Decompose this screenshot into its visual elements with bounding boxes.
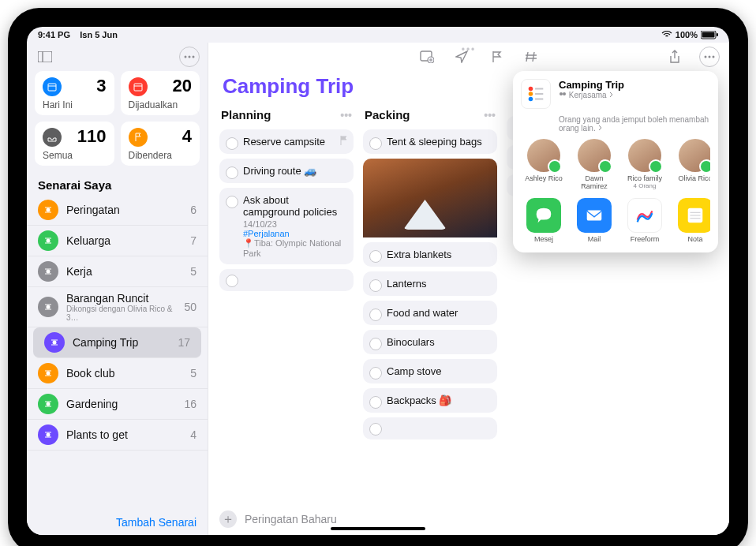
new-reminder-button[interactable]: Peringatan Baharu (245, 513, 337, 525)
reminder-card[interactable]: Extra blankets (363, 242, 497, 267)
list-icon (44, 332, 65, 353)
svg-point-30 (47, 402, 51, 406)
share-app[interactable]: Nota (672, 198, 710, 243)
reminder-card[interactable]: Lanterns (363, 271, 497, 296)
column-header[interactable]: Packing••• (363, 107, 497, 125)
more-icon[interactable]: ••• (484, 109, 496, 122)
smart-today[interactable]: 3 Hari Ini (35, 71, 114, 115)
more-icon[interactable]: ••• (340, 109, 352, 122)
reminder-title: Tent & sleeping bags (387, 136, 482, 148)
reminder-title: Camp stove (387, 365, 441, 377)
home-indicator[interactable] (331, 527, 425, 530)
share-message[interactable]: Orang yang anda jemput boleh menambah or… (521, 114, 710, 139)
all-label: Semua (43, 150, 73, 161)
list-name: Gardening (66, 398, 176, 410)
svg-point-40 (705, 56, 707, 58)
list-count: 17 (178, 336, 190, 349)
contact-sub: 4 Orang (622, 182, 668, 189)
list-icon (38, 297, 58, 317)
reminder-card[interactable]: Tent & sleeping bags (363, 129, 497, 154)
smart-flagged[interactable]: 4 Dibendera (121, 122, 200, 166)
smart-all[interactable]: 110 Semua (35, 122, 114, 166)
reminder-card[interactable]: Ask about campground policies14/10/23#Pe… (219, 188, 354, 264)
reminder-card[interactable]: Food and water (363, 301, 497, 325)
more-icon[interactable] (179, 47, 200, 67)
notes-icon (678, 198, 710, 233)
reminder-date: 14/10/23 (243, 219, 347, 229)
share-app[interactable]: Mail (571, 198, 617, 243)
share-icon[interactable] (664, 47, 685, 67)
reminder-card[interactable]: Driving route 🚙 (219, 159, 354, 183)
svg-point-7 (193, 56, 195, 58)
new-reminder-placeholder[interactable] (219, 269, 354, 291)
kanban-column: Planning•••Reserve campsiteDriving route… (219, 107, 354, 503)
share-subtitle[interactable]: Kerjasama (559, 91, 624, 99)
sidebar-item[interactable]: Peringatan6 (27, 195, 208, 226)
status-bar: 9:41 PG Isn 5 Jun 100% (27, 27, 729, 43)
share-contact[interactable]: Ashley Rico (521, 139, 567, 190)
flag-icon[interactable] (486, 47, 507, 67)
svg-point-5 (185, 56, 187, 58)
calendar-icon (43, 77, 62, 96)
reminder-card-image[interactable] (363, 159, 497, 237)
add-reminder-icon[interactable]: ＋ (219, 510, 237, 528)
svg-point-24 (53, 341, 57, 345)
mail-icon (577, 198, 612, 233)
share-app[interactable]: Mesej (521, 198, 567, 243)
avatar (679, 139, 710, 172)
contact-name: Ashley Rico (521, 174, 567, 182)
svg-point-43 (529, 87, 533, 92)
contact-name: Olivia Rico (672, 174, 710, 182)
more-icon[interactable] (699, 47, 720, 67)
list-count: 4 (190, 428, 196, 441)
smart-scheduled[interactable]: 20 Dijadualkan (121, 71, 200, 115)
reminder-card[interactable]: Reserve campsite (219, 129, 354, 154)
svg-point-12 (47, 208, 51, 212)
hashtag-icon[interactable] (521, 47, 541, 67)
share-contact[interactable]: Rico family4 Orang (622, 139, 668, 190)
reminder-card[interactable]: Camp stove (363, 359, 497, 383)
freeform-icon (627, 198, 662, 233)
svg-rect-1 (702, 32, 715, 37)
sidebar-toggle-icon[interactable] (35, 47, 55, 67)
share-app[interactable]: Freeform (622, 198, 668, 243)
sidebar-item[interactable]: Camping Trip17 (33, 327, 201, 358)
today-label: Hari Ini (43, 99, 73, 110)
list-icon (38, 230, 58, 251)
new-list-icon[interactable] (417, 47, 437, 67)
list-name: Camping Trip (73, 336, 170, 349)
app-name: Freeform (622, 235, 668, 243)
share-header: Camping Trip Kerjasama (521, 79, 710, 109)
column-header[interactable]: Planning••• (219, 107, 354, 125)
sidebar-item[interactable]: Keluarga7 (27, 226, 208, 256)
reminder-tag[interactable]: #Perjalanan (243, 229, 347, 238)
share-contact[interactable]: Olivia Rico (672, 139, 710, 190)
ipad-frame: 9:41 PG Isn 5 Jun 100% (8, 8, 748, 546)
sidebar-item[interactable]: Kerja5 (27, 256, 208, 287)
app-name: Mail (571, 235, 617, 243)
add-list-button[interactable]: Tambah Senarai (27, 510, 208, 535)
reminder-title: Backpacks 🎒 (387, 395, 451, 406)
reminder-card[interactable]: Backpacks 🎒 (363, 388, 497, 413)
reminder-title: Driving route 🚙 (243, 165, 316, 177)
sidebar-item[interactable]: Book club5 (27, 358, 208, 389)
svg-point-27 (47, 372, 51, 376)
new-reminder-placeholder[interactable] (363, 417, 497, 439)
svg-point-6 (189, 56, 191, 58)
drag-handle-icon[interactable]: ••• (462, 44, 477, 55)
sidebar-item[interactable]: Barangan RuncitDikongsi dengan Olivia Ri… (27, 287, 208, 327)
sidebar-item[interactable]: Plants to get4 (27, 420, 208, 451)
reminder-card[interactable]: Binoculars (363, 330, 497, 354)
today-count: 3 (96, 76, 106, 96)
sidebar-item[interactable]: Gardening16 (27, 389, 208, 420)
tent-photo (363, 159, 497, 237)
flagged-count: 4 (182, 126, 192, 147)
reminder-title: Food and water (387, 307, 458, 319)
svg-rect-51 (587, 211, 602, 221)
share-title: Camping Trip (559, 79, 624, 91)
list-count: 5 (190, 367, 196, 380)
share-contact[interactable]: Dawn Ramirez (571, 139, 617, 190)
wifi-icon (661, 31, 672, 39)
svg-rect-8 (48, 84, 56, 91)
share-contacts: Ashley RicoDawn RamirezRico family4 Oran… (521, 139, 710, 190)
